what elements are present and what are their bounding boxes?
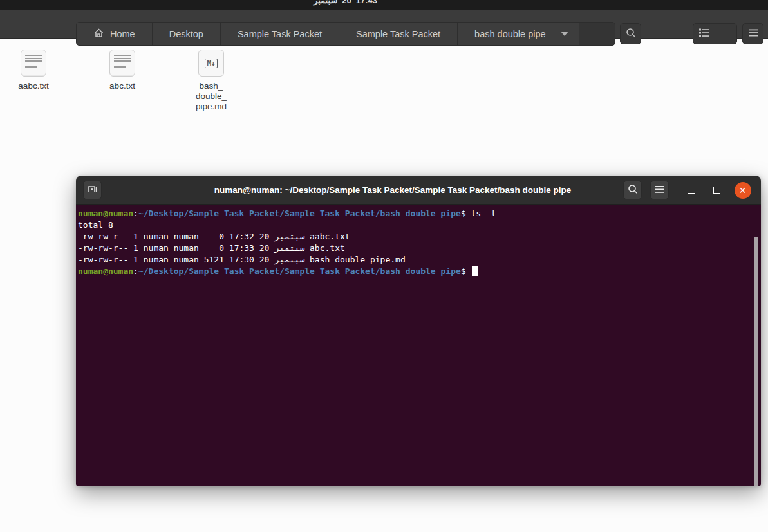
text-file-icon xyxy=(109,50,135,77)
breadcrumb-home-label: Home xyxy=(110,29,135,39)
search-button[interactable] xyxy=(620,23,641,44)
list-view-icon xyxy=(698,28,709,40)
file-label: bash_ double_ pipe.md xyxy=(176,81,247,112)
breadcrumb-desktop-label: Desktop xyxy=(169,29,203,39)
maximize-button[interactable] xyxy=(708,181,726,199)
terminal-prompt-line: numan@numan:~/Desktop/Sample Task Packet… xyxy=(78,266,752,277)
list-view-button[interactable] xyxy=(693,24,715,44)
close-button[interactable]: ✕ xyxy=(734,181,751,199)
prompt-colon: : xyxy=(133,266,138,276)
terminal-command: ls -l xyxy=(466,208,496,218)
prompt-path: ~/Desktop/Sample Task Packet/Sample Task… xyxy=(138,208,461,218)
terminal-titlebar[interactable]: numan@numan: ~/Desktop/Sample Task Packe… xyxy=(76,176,761,205)
hamburger-menu-icon xyxy=(748,28,758,40)
new-tab-icon xyxy=(88,184,98,197)
markdown-file-icon: M↓ xyxy=(198,50,224,77)
prompt-user: numan@numan xyxy=(78,266,133,276)
terminal-output-row: -rw-rw-r-- 1 numan numan 0 17:32 20 سبتم… xyxy=(78,231,752,243)
system-clock[interactable]: سبتمبر 20 17:43 xyxy=(0,0,691,5)
file-item-aabc-txt[interactable]: aabc.txt xyxy=(0,50,69,91)
minimize-icon xyxy=(688,193,695,194)
new-tab-button[interactable] xyxy=(83,181,102,199)
terminal-output-row: -rw-rw-r-- 1 numan numan 5121 17:30 20 س… xyxy=(78,254,752,266)
close-icon: ✕ xyxy=(735,182,751,199)
text-file-icon xyxy=(21,50,46,77)
breadcrumb-sample-task-packet-1-label: Sample Task Packet xyxy=(238,29,322,39)
breadcrumb: Home Desktop Sample Task Packet Sample T… xyxy=(76,22,615,46)
clock-month: سبتمبر xyxy=(314,0,337,5)
prompt-path: ~/Desktop/Sample Task Packet/Sample Task… xyxy=(138,266,461,276)
home-icon xyxy=(93,28,104,41)
window-menu-button[interactable] xyxy=(742,23,763,44)
prompt-colon: : xyxy=(133,208,138,218)
prompt-user: numan@numan xyxy=(78,208,133,218)
hamburger-menu-icon xyxy=(655,185,664,196)
chevron-down-icon[interactable] xyxy=(561,32,568,36)
breadcrumb-home[interactable]: Home xyxy=(77,23,153,45)
terminal-prompt-line: numan@numan:~/Desktop/Sample Task Packet… xyxy=(78,208,752,219)
terminal-scrollbar[interactable] xyxy=(754,237,758,486)
file-manager-toolbar: Home Desktop Sample Task Packet Sample T… xyxy=(0,10,768,39)
file-item-abc-txt[interactable]: abc.txt xyxy=(87,50,158,91)
prompt-dollar: $ xyxy=(461,208,466,218)
terminal-cursor xyxy=(472,266,478,276)
breadcrumb-sample-task-packet-1[interactable]: Sample Task Packet xyxy=(221,23,339,45)
breadcrumb-desktop[interactable]: Desktop xyxy=(153,23,221,45)
clock-day: 20 xyxy=(342,0,351,5)
terminal-menu-button[interactable] xyxy=(650,181,669,199)
terminal-output-row: -rw-rw-r-- 1 numan numan 0 17:33 20 سبتم… xyxy=(78,243,752,254)
search-icon xyxy=(625,27,637,41)
prompt-dollar: $ xyxy=(461,266,466,276)
terminal-search-button[interactable] xyxy=(623,181,642,199)
file-label: aabc.txt xyxy=(0,81,69,91)
breadcrumb-bash-double-pipe[interactable]: bash double pipe xyxy=(458,23,579,45)
terminal-body[interactable]: numan@numan:~/Desktop/Sample Task Packet… xyxy=(76,205,761,486)
file-label: abc.txt xyxy=(87,81,158,91)
minimize-button[interactable] xyxy=(682,181,700,199)
terminal-window: numan@numan: ~/Desktop/Sample Task Packe… xyxy=(76,176,761,486)
markdown-badge: M↓ xyxy=(205,59,217,68)
breadcrumb-sample-task-packet-2[interactable]: Sample Task Packet xyxy=(339,23,458,45)
breadcrumb-bash-double-pipe-label: bash double pipe xyxy=(474,29,545,39)
search-icon xyxy=(627,183,639,197)
maximize-icon xyxy=(713,187,720,194)
clock-time: 17:43 xyxy=(356,0,377,5)
terminal-output-total: total 8 xyxy=(78,219,752,231)
view-options-button[interactable] xyxy=(715,24,736,44)
breadcrumb-sample-task-packet-2-label: Sample Task Packet xyxy=(356,29,440,39)
pathbar-filler xyxy=(579,23,615,45)
terminal-window-title: numan@numan: ~/Desktop/Sample Task Packe… xyxy=(185,185,600,195)
file-item-bash-double-pipe-md[interactable]: M↓ bash_ double_ pipe.md xyxy=(176,50,247,112)
system-top-bar: سبتمبر 20 17:43 xyxy=(0,0,768,10)
view-toggle-group xyxy=(693,23,737,44)
